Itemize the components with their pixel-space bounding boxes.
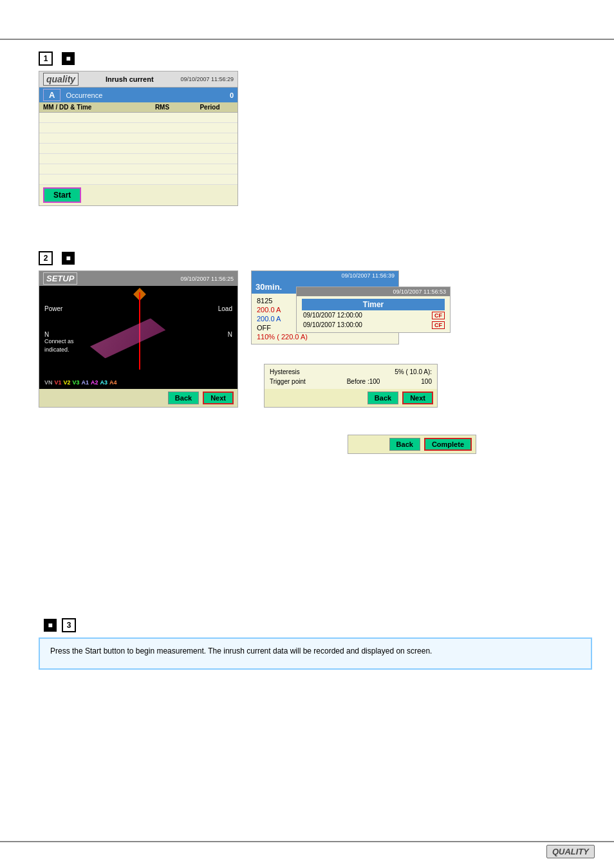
- wire-v3: V3: [73, 379, 80, 386]
- setup-header: SETUP 09/10/2007 11:56:25: [39, 271, 237, 286]
- screen2c-next-button[interactable]: Next: [402, 392, 433, 404]
- timer-date2: 09/10/2007 13:00:00: [302, 321, 364, 329]
- screen2b-body: Timer 09/10/2007 12:00:00 CF 09/10/2007 …: [297, 296, 450, 332]
- quality-logo: quality: [43, 73, 79, 86]
- screen2b-datetime: 09/10/2007 11:56:53: [393, 288, 446, 295]
- screen2c-body: Hysteresis 5% ( 10.0 A): Trigger point B…: [265, 364, 437, 389]
- timer-date1: 09/10/2007 12:00:00: [302, 311, 364, 319]
- screen2a-datetime: 09/10/2007 11:56:39: [341, 272, 395, 279]
- timer-row1: 09/10/2007 12:00:00 CF: [302, 310, 445, 320]
- cf-badge2: CF: [432, 321, 445, 329]
- section2: 2 ■ SETUP 09/10/2007 11:56:25 Power Load…: [39, 251, 238, 408]
- wire-a3: A3: [100, 379, 108, 386]
- table-header: MM / DD & Time RMS Period: [39, 102, 237, 113]
- screen2d-footer: Back Complete: [348, 435, 476, 453]
- screen2b: 09/10/2007 11:56:53 Timer 09/10/2007 12:…: [296, 287, 451, 333]
- step1-box: 1: [39, 52, 53, 66]
- table-row: [39, 123, 237, 133]
- screen2d: Back Complete: [348, 435, 476, 454]
- trigger-label: Trigger point: [270, 378, 306, 385]
- trigger-before: Before :100: [347, 378, 380, 385]
- col3-header: Period: [186, 104, 234, 111]
- screen2d-back-button[interactable]: Back: [389, 438, 420, 451]
- wire-a4: A4: [109, 379, 117, 386]
- setup-back-button[interactable]: Back: [168, 392, 199, 404]
- occurrence-label: Occurrence: [66, 91, 102, 99]
- wire-v1: V1: [55, 379, 62, 386]
- quality-footer-badge: QUALITY: [546, 845, 595, 858]
- setup-diagram: Power Load N N Connect as indicated. VN …: [39, 286, 237, 389]
- timer-header: Timer: [302, 299, 445, 310]
- trigger-row: Trigger point Before :100 100: [270, 377, 432, 386]
- occurrence-value: 0: [230, 91, 234, 99]
- screen-title: Inrush current: [79, 75, 180, 83]
- quality-screen: quality Inrush current 09/10/2007 11:56:…: [39, 71, 238, 206]
- value5: 110% ( 220.0 A): [257, 332, 393, 341]
- screen2c-footer: Back Next: [265, 389, 437, 407]
- hysteresis-row: Hysteresis 5% ( 10.0 A):: [270, 367, 432, 377]
- trigger-after: 100: [421, 378, 432, 385]
- table-row: [39, 144, 237, 154]
- table-row: [39, 164, 237, 175]
- section3-step: ■ 3: [39, 618, 592, 632]
- screen2c: Hysteresis 5% ( 10.0 A): Trigger point B…: [264, 364, 438, 408]
- step2-box: 2: [39, 251, 53, 265]
- load-label: Load: [218, 305, 232, 312]
- connect-text: Connect as indicated.: [44, 337, 74, 354]
- table-row: [39, 133, 237, 144]
- power-label: Power: [44, 305, 62, 312]
- table-row: [39, 154, 237, 164]
- step3-box: 3: [62, 618, 76, 632]
- step3-filled: ■: [44, 619, 57, 632]
- step2-label: 2 ■: [39, 251, 238, 265]
- screen2b-header: 09/10/2007 11:56:53: [297, 287, 450, 296]
- screen2c-back-button[interactable]: Back: [367, 392, 398, 404]
- header-datetime: 09/10/2007 11:56:29: [180, 76, 234, 82]
- wire-vn: VN: [44, 379, 53, 386]
- channel-row: A Occurrence 0: [39, 88, 237, 102]
- screen2a-header: 09/10/2007 11:56:39: [252, 271, 398, 280]
- bottom-rule: [0, 841, 614, 842]
- top-rule: [0, 39, 614, 40]
- setup-next-button[interactable]: Next: [203, 392, 234, 404]
- setup-datetime: 09/10/2007 11:56:25: [180, 276, 234, 282]
- section3: ■ 3 Press the Start button to begin meas…: [39, 618, 592, 670]
- setup-footer: Back Next: [39, 389, 237, 407]
- section1: 1 ■ quality Inrush current 09/10/2007 11…: [39, 52, 238, 206]
- step1-label: 1 ■: [39, 52, 238, 66]
- middle-screens-container: 09/10/2007 11:56:39 30min. 8125 200.0 A …: [251, 270, 521, 528]
- timer-row2: 09/10/2007 13:00:00 CF: [302, 320, 445, 330]
- quality-footer: Start: [39, 185, 237, 205]
- col1-header: MM / DD & Time: [43, 104, 138, 111]
- screen2a-30min: 30min.: [256, 282, 282, 292]
- table-row: [39, 113, 237, 123]
- table-body: [39, 113, 237, 185]
- wire-v2: V2: [64, 379, 71, 386]
- col2-header: RMS: [138, 104, 186, 111]
- wire-a2: A2: [91, 379, 98, 386]
- channel-badge: A: [43, 89, 60, 101]
- setup-screen: SETUP 09/10/2007 11:56:25 Power Load N N…: [39, 270, 238, 408]
- quality-header: quality Inrush current 09/10/2007 11:56:…: [39, 71, 237, 88]
- complete-button[interactable]: Complete: [424, 438, 472, 451]
- pink-arrow: [87, 315, 171, 372]
- step2-filled: ■: [62, 252, 75, 265]
- start-button[interactable]: Start: [43, 187, 81, 203]
- table-row: [39, 175, 237, 185]
- cf-badge1: CF: [432, 312, 445, 319]
- section3-description-box: Press the Start button to begin measurem…: [39, 637, 592, 670]
- hysteresis-value: 5% ( 10.0 A):: [395, 368, 432, 375]
- wire-labels: VN V1 V2 V3 A1 A2 A3 A4: [44, 379, 117, 386]
- n-label-right: N: [228, 331, 232, 338]
- wire-a1: A1: [82, 379, 89, 386]
- hysteresis-label: Hysteresis: [270, 368, 300, 375]
- section3-description: Press the Start button to begin measurem…: [50, 646, 432, 656]
- step1-filled: ■: [62, 52, 75, 65]
- setup-logo: SETUP: [43, 272, 77, 285]
